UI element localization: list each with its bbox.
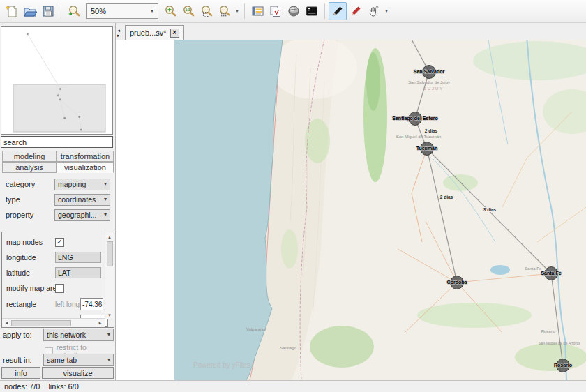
type-label: type <box>0 195 54 204</box>
tab-label: transformation <box>61 152 110 160</box>
globe-view-button[interactable] <box>285 2 303 20</box>
tab-analysis[interactable]: analysis <box>2 162 57 173</box>
zoom-one-to-one-icon: 1:1 <box>181 4 195 18</box>
parameters-panel: map nodes ✓ longitude LNG latitude LAT m… <box>1 232 114 328</box>
save-button[interactable] <box>39 2 57 20</box>
svg-text:JUJUY: JUJUY <box>424 86 444 91</box>
category-dropdown[interactable]: mapping ▾ <box>54 179 110 190</box>
horizontal-scrollbar[interactable]: ◄ ► <box>2 318 105 327</box>
horizontal-scroll-thumb[interactable] <box>11 320 71 326</box>
zoom-options-caret[interactable]: ▾ <box>234 2 241 20</box>
toolbar-separator <box>61 3 61 19</box>
tab-visualization[interactable]: visualization <box>57 162 114 173</box>
svg-text:San Salvador: San Salvador <box>414 69 445 74</box>
visualize-button[interactable]: visualize <box>42 367 114 379</box>
tab-label: analysis <box>15 163 43 172</box>
scroll-right-icon: ► <box>96 319 105 328</box>
info-button-label: info <box>15 369 27 377</box>
type-row: type coordinates ▾ <box>0 193 116 206</box>
result-in-dropdown[interactable]: same tab ▾ <box>43 354 114 366</box>
open-folder-icon <box>23 4 37 18</box>
left-long-field[interactable]: -74.36 <box>80 298 103 310</box>
longitude-field[interactable]: LNG <box>55 252 101 263</box>
type-dropdown[interactable]: coordinates ▾ <box>54 194 110 206</box>
map-graphics: San Salvador de JujuyJUJUYSan Miguel de … <box>174 40 586 380</box>
gesture-hand-icon <box>367 4 381 18</box>
apply-to-dropdown[interactable]: this network ▾ <box>43 329 114 341</box>
search-input[interactable] <box>1 136 113 148</box>
status-nodes-count: nodes: 7/0 <box>4 382 40 391</box>
new-document-button[interactable] <box>3 2 21 20</box>
zoom-fit-button[interactable] <box>216 2 234 20</box>
longitude-label: longitude <box>2 253 55 262</box>
zoom-selection-icon <box>200 4 213 18</box>
new-file-icon <box>5 4 19 18</box>
red-pen-tool-button[interactable] <box>347 2 365 20</box>
dropdown-caret-icon: ▾ <box>236 8 239 14</box>
zoom-actual-size-button[interactable]: 1:1 <box>179 2 197 20</box>
latitude-label: latitude <box>2 269 55 277</box>
apply-to-value: this network <box>47 331 86 339</box>
chevron-down-icon: ▾ <box>151 8 153 14</box>
vertical-scroll-thumb[interactable] <box>107 241 113 266</box>
property-value: geographi... <box>58 211 96 219</box>
zoom-in-icon <box>163 4 177 18</box>
scroll-left-icon: ◄ <box>2 319 11 328</box>
copy-view-button[interactable] <box>266 2 285 20</box>
chevron-down-icon: ▾ <box>104 181 107 187</box>
svg-text:3 días: 3 días <box>483 207 497 212</box>
options-panel-icon <box>250 4 264 18</box>
map-canvas[interactable]: San Salvador de JujuyJUJUYSan Miguel de … <box>116 40 586 380</box>
zoom-selection-button[interactable] <box>197 2 216 20</box>
svg-text:Valparaíso: Valparaíso <box>246 327 266 331</box>
latitude-field[interactable]: LAT <box>55 267 101 278</box>
property-row: property geographi... ▾ <box>0 209 116 221</box>
tab-close-button[interactable]: × <box>170 29 179 38</box>
open-button[interactable] <box>21 2 39 20</box>
svg-text:2 días: 2 días <box>440 195 453 199</box>
status-bar: nodes: 7/0 links: 6/0 <box>0 380 586 392</box>
modify-map-area-checkbox[interactable] <box>55 284 64 293</box>
apply-to-row: apply to: this network ▾ <box>0 329 116 341</box>
network-overview-panel[interactable] <box>1 26 113 135</box>
info-button[interactable]: info <box>1 367 40 379</box>
geographic-map[interactable]: San Salvador de JujuyJUJUYSan Miguel de … <box>174 40 586 380</box>
scroll-down-icon: ▼ <box>105 310 114 319</box>
left-long-value: -74.36 <box>82 301 102 308</box>
modify-map-area-label: modify map area <box>2 284 55 292</box>
tab-scroll-left-icon: ◄ <box>117 29 121 33</box>
longitude-row: longitude LNG <box>2 251 103 264</box>
zoom-fit-icon <box>218 4 232 18</box>
tab-transformation[interactable]: transformation <box>57 151 114 162</box>
gesture-tool-button[interactable] <box>365 2 383 20</box>
tab-modeling[interactable]: modeling <box>2 151 57 162</box>
zoom-level-value: 50% <box>91 7 106 15</box>
rectangle-row: rectangle left long -74.36 <box>2 298 103 310</box>
console-button[interactable] <box>303 2 321 20</box>
modify-map-area-row: modify map area <box>2 282 103 294</box>
vertical-scrollbar[interactable]: ▲ ▼ <box>105 232 114 319</box>
zoom-level-combobox[interactable]: 50% ▾ <box>86 3 158 19</box>
black-pen-icon <box>331 4 345 18</box>
svg-text:Rosario: Rosario <box>554 363 572 368</box>
map-nodes-checkbox[interactable]: ✓ <box>55 238 64 247</box>
svg-text:Santa Fe: Santa Fe <box>541 271 561 276</box>
black-pen-tool-button[interactable] <box>329 2 347 20</box>
toolbar-separator <box>324 3 325 19</box>
tab-label: visualization <box>64 163 106 172</box>
map-nodes-row: map nodes ✓ <box>2 236 103 248</box>
chevron-down-icon: ▾ <box>107 332 110 338</box>
options-dialog-button[interactable] <box>248 2 266 20</box>
latitude-row: latitude LAT <box>2 266 103 279</box>
zoom-reset-button[interactable] <box>65 2 83 20</box>
property-label: property <box>0 211 54 219</box>
document-tab-prueba[interactable]: prueb...sv* × <box>125 25 184 40</box>
latitude-value: LAT <box>58 269 70 277</box>
gesture-options-caret[interactable]: ▾ <box>383 2 390 20</box>
copy-pages-icon <box>269 4 283 18</box>
tab-scroll-control[interactable]: ◄ ► <box>117 29 121 38</box>
tab-label: modeling <box>14 152 45 160</box>
category-label: category <box>0 180 54 188</box>
property-dropdown[interactable]: geographi... ▾ <box>54 209 110 221</box>
zoom-in-button[interactable] <box>161 2 179 20</box>
